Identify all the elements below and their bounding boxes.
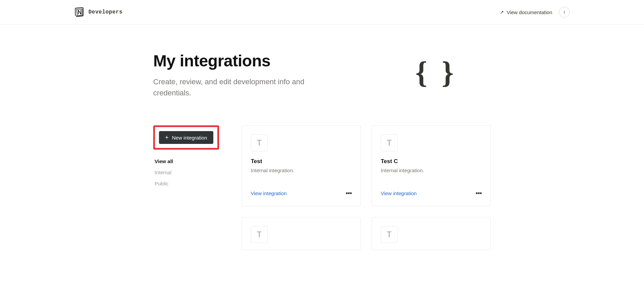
card-footer: View integration ••• (381, 189, 482, 197)
braces-icon: { } (415, 55, 457, 90)
view-integration-link[interactable]: View integration (251, 190, 287, 196)
filter-internal[interactable]: Internal (153, 167, 227, 178)
filter-view-all[interactable]: View all (153, 156, 227, 167)
brand-text: Developers (88, 9, 123, 15)
view-documentation-link[interactable]: ↗ View documentation (500, 9, 552, 15)
card-footer: View integration ••• (251, 189, 352, 197)
integration-title: Test (251, 158, 352, 165)
integration-icon: T (381, 134, 398, 151)
highlight-annotation: + New integration (153, 125, 219, 150)
external-arrow-icon: ↗ (500, 9, 504, 15)
hero-text: My integrations Create, review, and edit… (153, 52, 342, 98)
hero-section: My integrations Create, review, and edit… (153, 52, 491, 98)
integration-card[interactable]: T (372, 217, 491, 250)
sidebar: + New integration View all Internal Publ… (153, 125, 227, 250)
new-integration-button[interactable]: + New integration (159, 131, 213, 144)
main-container: My integrations Create, review, and edit… (146, 25, 498, 264)
integration-icon: T (251, 134, 268, 151)
page-title: My integrations (153, 52, 342, 70)
header-right: ↗ View documentation I (500, 7, 570, 18)
user-avatar[interactable]: I (559, 7, 570, 18)
content-area: + New integration View all Internal Publ… (153, 125, 491, 250)
view-integration-link[interactable]: View integration (381, 190, 417, 196)
page-subtitle: Create, review, and edit development inf… (153, 76, 342, 98)
integration-subtitle: Internal integration. (381, 168, 482, 179)
filter-public[interactable]: Public (153, 178, 227, 189)
page-header: Developers ↗ View documentation I (0, 0, 644, 25)
more-options-icon[interactable]: ••• (476, 189, 482, 197)
filter-list: View all Internal Public (153, 156, 227, 189)
integration-card[interactable]: T (242, 217, 361, 250)
header-left: Developers (74, 7, 123, 18)
notion-logo-icon (74, 7, 85, 18)
integration-subtitle: Internal integration. (251, 168, 352, 179)
integration-icon: T (251, 226, 268, 243)
integration-title: Test C (381, 158, 482, 165)
avatar-initial: I (564, 10, 565, 15)
integration-card[interactable]: T Test Internal integration. View integr… (242, 125, 361, 206)
more-options-icon[interactable]: ••• (346, 189, 352, 197)
new-integration-label: New integration (172, 135, 207, 141)
doc-link-label: View documentation (507, 9, 552, 15)
integration-icon: T (381, 226, 398, 243)
integrations-grid: T Test Internal integration. View integr… (242, 125, 491, 250)
plus-icon: + (165, 134, 169, 141)
integration-card[interactable]: T Test C Internal integration. View inte… (372, 125, 491, 206)
